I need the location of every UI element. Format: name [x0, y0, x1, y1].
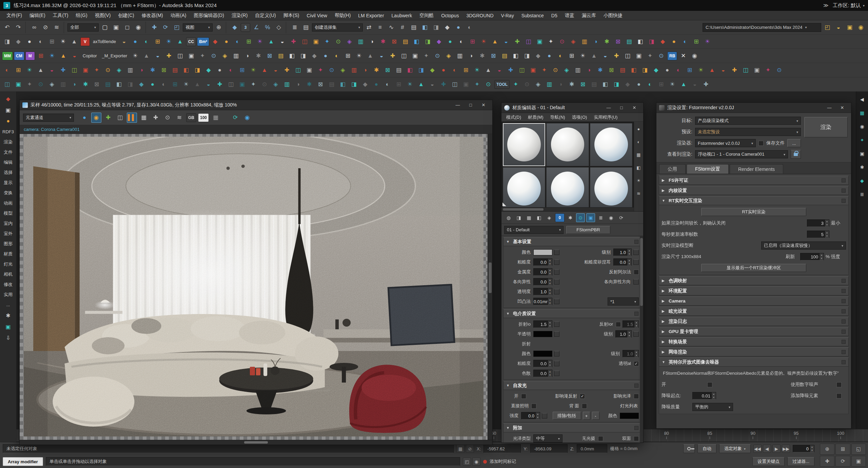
toolbar-icon[interactable]: ▲: [175, 37, 185, 47]
eye-icon[interactable]: ◉: [689, 51, 699, 61]
toolbar-icon[interactable]: ⊙: [209, 51, 219, 61]
toolbar-icon[interactable]: ◨: [416, 65, 426, 75]
teapot-icon[interactable]: ◒: [119, 37, 129, 47]
toolbar-icon[interactable]: ✦: [421, 51, 431, 61]
toolbar-icon[interactable]: ✦: [472, 79, 482, 90]
menu-item[interactable]: Octopus: [437, 11, 462, 20]
toolbar-icon[interactable]: ◒: [271, 65, 281, 75]
y-coordinate-field[interactable]: -8563.09: [530, 444, 568, 453]
toolbar-icon[interactable]: ◒: [153, 51, 163, 61]
toolbar-icon[interactable]: ◐: [2, 65, 12, 75]
get-material-icon[interactable]: ◍: [504, 213, 513, 222]
toolbar-icon[interactable]: ☀: [667, 79, 677, 90]
camera-lock-icon[interactable]: ◉: [91, 113, 101, 123]
toolbar-icon[interactable]: ▥: [356, 37, 366, 47]
toolbar-icon[interactable]: ◈: [344, 37, 355, 47]
rollout-header[interactable]: ▶色调映射: [659, 276, 849, 285]
rollout-header[interactable]: ▶环境配置: [659, 286, 849, 295]
sidebar-item[interactable]: 变换: [4, 189, 13, 197]
toolbar-icon[interactable]: ▥: [125, 65, 135, 75]
toolbar-icon[interactable]: ⊞: [461, 65, 471, 75]
snap-3d-badge[interactable]: 3: [241, 23, 250, 32]
toolbar-icon[interactable]: ▣: [13, 79, 23, 90]
menu-item[interactable]: Substance: [518, 11, 548, 20]
play-animation-icon[interactable]: ▶: [772, 445, 781, 453]
toolbar-icon[interactable]: ◒: [376, 51, 387, 61]
close-button[interactable]: ✕: [477, 101, 490, 109]
tool-badge[interactable]: TOOL: [494, 80, 510, 89]
frame-number-spinner[interactable]: 0▴▾: [793, 445, 814, 452]
dock-star-icon[interactable]: ✦: [858, 136, 867, 144]
toolbar-icon[interactable]: ⊠: [606, 65, 616, 75]
toolbar-icon[interactable]: ◧: [629, 65, 639, 75]
menu-item[interactable]: 脚本(S): [280, 11, 303, 20]
material-menu-item[interactable]: 选项(O): [569, 114, 591, 120]
percent-snap-icon[interactable]: %: [262, 22, 273, 33]
preview-count-badge[interactable]: 0: [555, 213, 565, 222]
map-button[interactable]: [554, 250, 559, 255]
sidebar-item[interactable]: 显示: [4, 179, 13, 187]
toolbar-icon[interactable]: ◒: [70, 51, 80, 61]
toolbar-icon[interactable]: ◐: [450, 65, 460, 75]
render-setup-icon[interactable]: ▣: [845, 22, 855, 33]
sidebar-item[interactable]: 灯光: [4, 260, 13, 268]
map-button[interactable]: [633, 331, 639, 337]
sidebar-item[interactable]: 动画: [4, 199, 13, 207]
toolbar-icon[interactable]: ◒: [600, 51, 610, 61]
minimize-button[interactable]: —: [603, 104, 615, 112]
toolbar-icon[interactable]: ◈: [561, 65, 572, 75]
toolbar-icon[interactable]: ◨: [640, 65, 650, 75]
bm2-icon[interactable]: Bm²: [197, 37, 209, 46]
color-swatch[interactable]: [533, 331, 552, 337]
spinner[interactable]: 0.0▴▾: [613, 258, 632, 266]
toolbar-icon[interactable]: ⊞: [567, 51, 577, 61]
x-coordinate-field[interactable]: -5957.62: [484, 444, 521, 453]
collapse-panel-icon[interactable]: ◀: [858, 95, 867, 104]
material-preview-scrollbar[interactable]: [501, 207, 634, 211]
spinner[interactable]: 1.0▴▾: [533, 288, 552, 295]
toolbar-icon[interactable]: ◫: [226, 79, 236, 90]
spinner-arrows[interactable]: ▴▾: [627, 331, 631, 337]
spinner[interactable]: 0.0▴▾: [521, 412, 540, 420]
checker-background-icon[interactable]: ▦: [211, 113, 221, 123]
gb-toggle-badge[interactable]: GB: [186, 113, 196, 122]
toolbar-icon[interactable]: ▤: [617, 65, 628, 75]
select-and-move-icon[interactable]: ✚: [149, 22, 159, 33]
reset-slot-icon[interactable]: ◧: [535, 213, 544, 222]
toolbar-icon[interactable]: ▤: [499, 51, 510, 61]
map-button[interactable]: [554, 351, 559, 356]
project-folder-input[interactable]: C:\Users\Administrator\Documents\3ds Max…: [703, 23, 821, 32]
toolbar-icon[interactable]: ✱: [304, 79, 314, 90]
toolbar-icon[interactable]: ◫: [300, 37, 310, 47]
toolbar-icon[interactable]: ◆: [434, 37, 444, 47]
toolbar-icon[interactable]: ▲: [58, 51, 68, 61]
toolbar-overflow-chevron-icon[interactable]: ≫: [823, 2, 829, 8]
toolbar-icon[interactable]: ☀: [354, 51, 364, 61]
dropdown[interactable]: 中等▾: [533, 434, 563, 443]
menu-item[interactable]: 渲染(R): [228, 11, 251, 20]
toolbar-icon[interactable]: ⊞: [36, 51, 46, 61]
toolbar-icon[interactable]: ✚: [438, 79, 449, 90]
spinner[interactable]: 1.0▴▾: [623, 350, 639, 357]
toolbar-icon[interactable]: ◨: [298, 51, 308, 61]
toolbar-icon[interactable]: ✚: [282, 65, 292, 75]
toolbar-icon[interactable]: ⊞: [343, 51, 353, 61]
spinner[interactable]: 1.5▴▾: [623, 320, 639, 328]
map-button[interactable]: [633, 259, 639, 265]
toolbar-icon[interactable]: ◆: [13, 37, 23, 47]
toolbar-icon[interactable]: ✚: [701, 79, 711, 90]
toolbar-icon[interactable]: ▣: [535, 37, 545, 47]
toolbar-icon[interactable]: ⊠: [578, 79, 588, 90]
toolbar-icon[interactable]: ✦: [197, 51, 208, 61]
toolbar-icon[interactable]: ✱: [477, 51, 487, 61]
toolbar-icon[interactable]: ⊞: [691, 37, 702, 47]
spinner[interactable]: 0.01mm▴▾: [533, 298, 552, 305]
toolbar-icon[interactable]: ⊙: [36, 79, 46, 90]
toolbar-icon[interactable]: ✚: [215, 79, 225, 90]
set-key-mode-icon-button[interactable]: [683, 444, 695, 453]
checkbox[interactable]: [521, 394, 526, 399]
map-button[interactable]: [554, 331, 559, 337]
toolbar-icon[interactable]: ▲: [141, 51, 152, 61]
m-icon[interactable]: M: [25, 52, 35, 60]
toolbar-icon[interactable]: ◈: [443, 51, 454, 61]
